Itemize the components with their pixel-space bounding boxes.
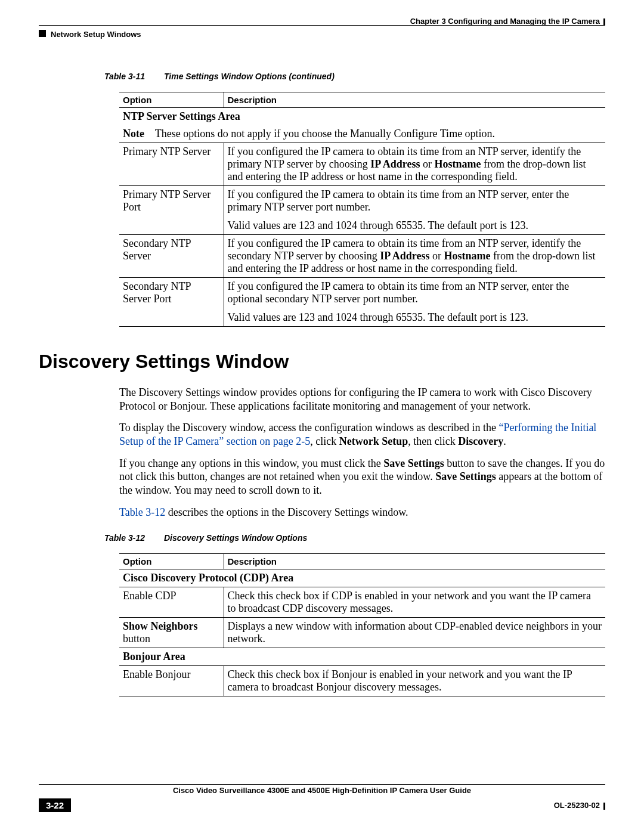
table-row: Secondary NTP Server Port If you configu… [119, 278, 605, 327]
table-header-option: Option [119, 554, 224, 569]
table-row: Show Neighbors button Displays a new win… [119, 618, 605, 648]
section-heading: Discovery Settings Window [39, 351, 605, 373]
description-cell: Displays a new window with information a… [224, 618, 605, 648]
description-cell: If you configured the IP camera to obtai… [224, 235, 605, 278]
cdp-area-header: Cisco Discovery Protocol (CDP) Area [119, 569, 605, 587]
table-row: Enable Bonjour Check this check box if B… [119, 666, 605, 696]
bonjour-area-header: Bonjour Area [119, 648, 605, 666]
header-chapter: Chapter 3 Configuring and Managing the I… [410, 17, 605, 26]
table-header-option: Option [119, 92, 224, 108]
description-cell: If you configured the IP camera to obtai… [224, 143, 605, 186]
description-cell: If you configured the IP camera to obtai… [224, 278, 605, 327]
table-312: Option Description Cisco Discovery Proto… [119, 553, 605, 696]
table-row: Enable CDP Check this check box if CDP i… [119, 587, 605, 618]
option-cell: Secondary NTP Server [119, 235, 224, 278]
option-cell: Primary NTP Server [119, 143, 224, 186]
table-row: Primary NTP Server If you configured the… [119, 143, 605, 186]
header-bar-icon [603, 18, 605, 26]
page-number: 3-22 [39, 798, 71, 812]
page-footer: Cisco Video Surveillance 4300E and 4500E… [39, 784, 605, 812]
document-number: OL-25230-02 [554, 801, 605, 810]
body-paragraph: If you change any options in this window… [119, 457, 605, 497]
table-312-caption: Table 3-12Discovery Settings Window Opti… [104, 533, 605, 543]
body-paragraph: To display the Discovery window, access … [119, 421, 605, 448]
table-row: Secondary NTP Server If you configured t… [119, 235, 605, 278]
option-cell: Primary NTP Server Port [119, 186, 224, 235]
description-cell: If you configured the IP camera to obtai… [224, 186, 605, 235]
option-cell: Enable Bonjour [119, 666, 224, 696]
header-square-icon [39, 30, 46, 37]
footer-title: Cisco Video Surveillance 4300E and 4500E… [39, 785, 605, 795]
description-cell: Check this check box if CDP is enabled i… [224, 587, 605, 618]
option-cell: Enable CDP [119, 587, 224, 618]
body-paragraph: Table 3-12 describes the options in the … [119, 506, 605, 519]
table-311-caption: Table 3-11Time Settings Window Options (… [104, 72, 605, 81]
option-cell: Show Neighbors button [119, 618, 224, 648]
table-header-description: Description [224, 554, 605, 569]
header-rule [39, 25, 605, 26]
footer-bar-icon [603, 803, 605, 810]
table-header-description: Description [224, 92, 605, 108]
xref-link[interactable]: Table 3-12 [119, 506, 165, 518]
table-row: Primary NTP Server Port If you configure… [119, 186, 605, 235]
header-section: Network Setup Windows [51, 30, 141, 39]
description-cell: Check this check box if Bonjour is enabl… [224, 666, 605, 696]
body-paragraph: The Discovery Settings window provides o… [119, 386, 605, 413]
ntp-area-header: NTP Server Settings Area [119, 108, 605, 126]
ntp-note: Note These options do not apply if you c… [119, 125, 605, 143]
option-cell: Secondary NTP Server Port [119, 278, 224, 327]
table-311: Option Description NTP Server Settings A… [119, 92, 605, 327]
